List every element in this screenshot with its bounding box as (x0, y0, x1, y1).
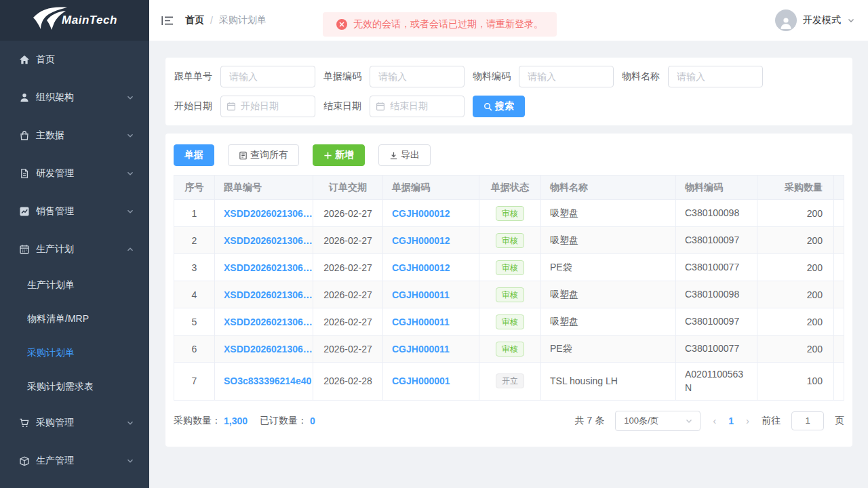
filter-label: 开始日期 (174, 100, 212, 113)
query-all-button[interactable]: 查询所有 (228, 144, 299, 166)
sidebar-item-4[interactable]: 销售管理 (0, 192, 149, 230)
export-button[interactable]: 导出 (378, 144, 431, 166)
text-input-1[interactable] (370, 66, 465, 87)
user-mode-label: 开发模式 (803, 14, 841, 26)
search-button[interactable]: 搜索 (473, 96, 525, 117)
breadcrumb-home[interactable]: 首页 (185, 14, 204, 26)
doc-link[interactable]: CGJH000011 (392, 344, 450, 354)
doc-link[interactable]: CGJH000011 (392, 289, 450, 300)
sidebar-subitem-5-1[interactable]: 物料清单/MRP (0, 302, 149, 336)
cell-extra (834, 308, 844, 336)
text-input-3[interactable] (668, 66, 763, 87)
sidebar-item-7[interactable]: 生产管理 (0, 442, 149, 480)
table-footer: 采购数量： 1,300 已订数量： 0 共 7 条 100条/页 ‹ 1 › (174, 410, 844, 432)
error-circle-icon (336, 19, 347, 30)
pagination: 共 7 条 100条/页 ‹ 1 › 前往 页 (575, 411, 844, 431)
table-panel: 单据 查询所有 新增 导出 序号跟单编号订单交期单据编码单据状态物料名称物料编码… (165, 134, 852, 447)
table-body: 1XSDD2026021306…2026-02-27CGJH000012审核吸塑… (174, 200, 844, 401)
chevron-down-icon (126, 131, 134, 140)
cell-code: C380100098 (676, 200, 757, 227)
filter-form: 跟单单号单据编码物料编码物料名称开始日期开始日期结束日期结束日期搜索 (174, 66, 844, 117)
tracking-link[interactable]: XSDD2026021306… (224, 289, 313, 300)
cell-extra (834, 363, 844, 401)
box-icon (19, 455, 30, 466)
cell-qty: 200 (757, 254, 834, 281)
search-icon (484, 102, 492, 111)
tracking-link[interactable]: XSDD2026021306… (224, 208, 313, 219)
page-size-select[interactable]: 100条/页 (615, 411, 701, 431)
cell-tracking: XSDD2026021306… (215, 308, 313, 336)
prev-page-button[interactable]: ‹ (711, 415, 717, 426)
doc-link[interactable]: CGJH000001 (392, 375, 450, 386)
cell-qty: 200 (757, 200, 834, 227)
cell-delivery: 2026-02-27 (313, 200, 383, 227)
doc-link[interactable]: CGJH000012 (392, 262, 450, 273)
column-header-0: 序号 (174, 176, 215, 200)
doc-link[interactable]: CGJH000011 (392, 317, 450, 327)
doc-link[interactable]: CGJH000012 (392, 235, 450, 246)
sidebar-item-0[interactable]: 首页 (0, 41, 149, 79)
text-input-0[interactable] (220, 66, 315, 87)
cell-qty: 200 (757, 308, 834, 336)
tracking-link[interactable]: XSDD2026021306… (224, 317, 313, 327)
sidebar-item-label: 生产管理 (36, 455, 74, 467)
tracking-link[interactable]: XSDD2026021306… (224, 235, 313, 246)
calendar-icon (376, 102, 385, 111)
sidebar-fold-icon[interactable] (161, 16, 174, 26)
column-header-1: 跟单编号 (215, 176, 313, 200)
cell-extra (834, 281, 844, 308)
sidebar-item-label: 研发管理 (36, 167, 74, 180)
toolbar: 单据 查询所有 新增 导出 (174, 144, 844, 166)
goto-page-input[interactable] (791, 411, 824, 430)
bill-button[interactable]: 单据 (174, 144, 214, 166)
cell-index: 2 (174, 227, 215, 254)
cell-delivery: 2026-02-27 (313, 281, 383, 308)
cell-index: 4 (174, 281, 215, 308)
tracking-link[interactable]: XSDD2026021306… (224, 262, 313, 273)
sidebar-subitem-5-2[interactable]: 采购计划单 (0, 336, 149, 370)
cell-delivery: 2026-02-27 (313, 336, 383, 363)
doc-link[interactable]: CGJH000012 (392, 208, 450, 219)
cell-doc: CGJH000011 (383, 336, 479, 363)
status-badge: 审核 (496, 206, 524, 221)
cell-doc: CGJH000011 (383, 281, 479, 308)
sidebar-subitem-label: 生产计划单 (27, 279, 75, 291)
date-input-4[interactable]: 开始日期 (220, 96, 315, 117)
user-menu[interactable]: 开发模式 (775, 9, 855, 31)
current-page[interactable]: 1 (728, 415, 734, 426)
ordered-qty-stat: 已订数量： 0 (260, 415, 315, 427)
sidebar-item-1[interactable]: 组织架构 (0, 79, 149, 117)
cell-qty: 100 (757, 363, 834, 401)
search-button-label: 搜索 (495, 100, 514, 113)
main-area: 首页 / 采购计划单 无效的会话，或者会话已过期，请重新登录。 开发模式 跟单单… (149, 0, 868, 488)
cell-tracking: XSDD2026021306… (215, 200, 313, 227)
tracking-link[interactable]: SO3c833396214e40 (224, 375, 311, 386)
cell-tracking: XSDD2026021306… (215, 227, 313, 254)
cell-index: 7 (174, 363, 215, 401)
cell-index: 6 (174, 336, 215, 363)
table-header-row: 序号跟单编号订单交期单据编码单据状态物料名称物料编码采购数量 (174, 176, 844, 200)
filter-field-1: 单据编码 (323, 66, 465, 87)
cell-status: 审核 (479, 227, 541, 254)
sidebar-item-6[interactable]: 采购管理 (0, 404, 149, 442)
date-input-5[interactable]: 结束日期 (370, 96, 465, 117)
sidebar-nav: 首页组织架构主数据研发管理销售管理生产计划生产计划单物料清单/MRP采购计划单采… (0, 41, 149, 480)
sidebar-item-label: 销售管理 (36, 205, 74, 218)
cell-qty: 200 (757, 227, 834, 254)
home-icon (19, 54, 30, 65)
bag-icon (19, 130, 30, 141)
text-input-2[interactable] (519, 66, 614, 87)
sidebar-item-2[interactable]: 主数据 (0, 117, 149, 155)
cell-tracking: SO3c833396214e40 (215, 363, 313, 401)
next-page-button[interactable]: › (745, 415, 751, 426)
table-row: 3XSDD2026021306…2026-02-27CGJH000012审核PE… (174, 254, 844, 281)
sidebar-item-3[interactable]: 研发管理 (0, 155, 149, 192)
tracking-link[interactable]: XSDD2026021306… (224, 344, 313, 354)
sidebar-subitem-5-3[interactable]: 采购计划需求表 (0, 370, 149, 404)
purchase-qty-stat: 采购数量： 1,300 (174, 415, 248, 427)
sidebar-item-5[interactable]: 生产计划 (0, 230, 149, 268)
cell-code: C380100097 (676, 227, 757, 254)
add-button[interactable]: 新增 (313, 144, 365, 166)
cell-code: C380100097 (676, 308, 757, 336)
sidebar-subitem-5-0[interactable]: 生产计划单 (0, 268, 149, 302)
